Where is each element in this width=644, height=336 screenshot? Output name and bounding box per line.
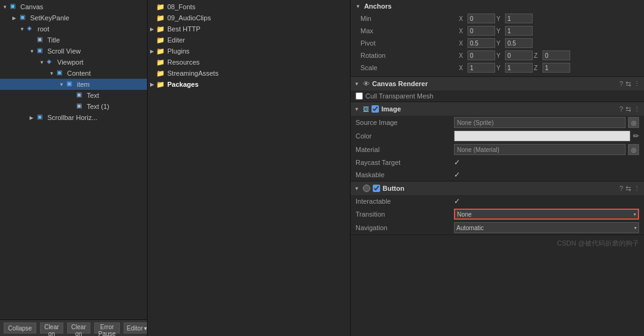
tree-label-canvas: Canvas	[20, 3, 43, 10]
scale-y[interactable]	[505, 63, 533, 73]
tree-arrow-content: ▼	[49, 71, 57, 76]
anchors-min-y[interactable]	[505, 14, 533, 23]
canvas-renderer-actions: ? ⇆ ⋮	[619, 80, 640, 88]
folder-icon-fonts: 📁	[156, 3, 165, 11]
proj-label-streaming: StreamingAssets	[167, 70, 218, 77]
more-icon[interactable]: ⋮	[634, 80, 640, 88]
tree-item-text1[interactable]: ▣ Text (1)	[0, 101, 147, 112]
source-image-label: Source Image	[356, 119, 454, 126]
canvas-icon: ▣	[10, 2, 18, 11]
tree-label-text: Text	[87, 92, 99, 99]
image-section: ▼ 🖼 Image ? ⇆ ⋮ Source Image None (Sprit…	[351, 102, 644, 182]
proj-label-audioclips: 09_AudioClips	[167, 14, 211, 22]
source-image-row: Source Image None (Sprite) ◎	[351, 116, 644, 129]
scale-label: Scale	[360, 64, 459, 71]
tree-label-viewport: Viewport	[57, 58, 84, 66]
settings-icon[interactable]: ⇆	[626, 80, 631, 88]
proj-item-fonts[interactable]: 📁 08_Fonts	[148, 1, 350, 12]
tree-item-scrollbar[interactable]: ▶ ▣ Scrollbar Horiz...	[0, 112, 147, 123]
material-pick-btn[interactable]: ◎	[628, 144, 639, 155]
tree-arrow-setkeyplanle: ▶	[12, 15, 20, 21]
scale-x[interactable]	[467, 63, 495, 73]
proj-item-editer[interactable]: 📁 Editer	[148, 34, 350, 46]
root-icon: ◈	[27, 25, 36, 33]
rotation-z[interactable]	[543, 50, 570, 60]
color-preview[interactable]	[454, 130, 630, 142]
image-more-icon[interactable]: ⋮	[634, 105, 640, 113]
proj-label-fonts: 08_Fonts	[167, 3, 196, 10]
tree-item-item[interactable]: ▼ ▣ item	[0, 79, 147, 90]
tree-arrow-scrollview: ▼	[30, 49, 37, 54]
button-settings-icon[interactable]: ⇆	[626, 185, 631, 193]
anchors-max-label: Max	[360, 27, 459, 34]
anchors-min-values: X Y	[459, 14, 634, 23]
tree-item-content[interactable]: ▼ ▣ Content	[0, 68, 147, 79]
folder-icon-resources: 📁	[156, 58, 165, 66]
pivot-y[interactable]	[505, 38, 533, 48]
tree-arrow-viewport: ▼	[39, 60, 47, 65]
proj-item-resources[interactable]: 📁 Resources	[148, 57, 350, 68]
anchors-min-x[interactable]	[467, 14, 495, 23]
help-icon[interactable]: ?	[619, 80, 623, 88]
color-label: Color	[356, 132, 454, 140]
clear-on-build-button[interactable]: Clear on Build	[67, 322, 90, 334]
text1-icon: ▣	[76, 102, 85, 111]
tree-item-setkeyplanle[interactable]: ▶ ▣ SetKeyPanle	[0, 12, 147, 23]
tree-item-scrollview[interactable]: ▼ ▣ Scroll View	[0, 46, 147, 57]
image-settings-icon[interactable]: ⇆	[626, 105, 631, 113]
clear-on-play-button[interactable]: Clear on Play	[40, 322, 63, 334]
material-label: Material	[356, 146, 454, 153]
scrollbar-icon: ▣	[37, 113, 46, 122]
tree-arrow-canvas: ▼	[2, 4, 10, 10]
button-help-icon[interactable]: ?	[619, 185, 623, 193]
tree-item-text[interactable]: ▣ Text	[0, 90, 147, 101]
navigation-value: Automatic	[456, 225, 483, 231]
transition-dropdown[interactable]: None ▾	[454, 209, 639, 220]
anchors-max-y[interactable]	[505, 26, 533, 36]
material-field[interactable]: None (Material)	[454, 144, 626, 155]
tree-item-title[interactable]: ▣ Title	[0, 34, 147, 46]
anchors-max-x[interactable]	[467, 26, 495, 36]
canvas-renderer-arrow: ▼	[354, 81, 360, 87]
error-pause-button[interactable]: Error Pause	[94, 322, 120, 334]
transition-dropdown-arrow: ▾	[634, 212, 636, 217]
pivot-values: X Y	[459, 38, 634, 48]
anchors-section: ▼ Anchors Min X Y Max	[351, 0, 644, 77]
editor-dropdown[interactable]: Editor ▾	[124, 322, 148, 334]
source-image-field[interactable]: None (Sprite)	[454, 117, 626, 128]
project-panel: 📁 08_Fonts 📁 09_AudioClips ▶ 📁 Best HTTP…	[148, 0, 351, 336]
tree-item-root[interactable]: ▼ ◈ root	[0, 23, 147, 34]
navigation-row: Navigation Automatic ▾	[351, 221, 644, 234]
scale-z[interactable]	[543, 63, 570, 73]
maskable-check: ✓	[454, 170, 460, 179]
proj-item-audioclips[interactable]: 📁 09_AudioClips	[148, 12, 350, 23]
button-enable-checkbox[interactable]	[373, 185, 380, 192]
tree-label-scrollview: Scroll View	[47, 47, 81, 55]
console-toolbar: Collapse Clear on Play Clear on Build Er…	[0, 320, 147, 336]
source-image-value: None (Sprite) ◎	[454, 117, 639, 128]
source-image-pick-btn[interactable]: ◎	[628, 117, 639, 128]
proj-item-besthttp[interactable]: ▶ 📁 Best HTTP	[148, 23, 350, 34]
pivot-x[interactable]	[467, 38, 495, 48]
eyedropper-icon[interactable]: ✏	[633, 132, 639, 140]
maskable-row: Maskable ✓	[351, 169, 644, 181]
navigation-dropdown[interactable]: Automatic ▾	[454, 222, 639, 233]
image-section-title: Image	[381, 105, 617, 113]
pivot-label: Pivot	[360, 39, 459, 47]
proj-item-streaming[interactable]: 📁 StreamingAssets	[148, 68, 350, 79]
tree-item-viewport[interactable]: ▼ ◈ Viewport	[0, 57, 147, 68]
proj-item-plugins[interactable]: ▶ 📁 Plugins	[148, 46, 350, 57]
watermark: CSDN @被代码折磨的狗子	[351, 235, 644, 252]
image-help-icon[interactable]: ?	[619, 105, 623, 113]
button-circle-icon	[363, 185, 370, 192]
tree-item-canvas[interactable]: ▼ ▣ Canvas	[0, 1, 147, 12]
rotation-y[interactable]	[505, 50, 533, 60]
image-enable-checkbox[interactable]	[372, 105, 379, 113]
rotation-x[interactable]	[467, 50, 495, 60]
navigation-label: Navigation	[356, 224, 454, 231]
button-more-icon[interactable]: ⋮	[634, 185, 640, 193]
folder-arrow-packages: ▶	[150, 82, 156, 87]
proj-item-packages[interactable]: ▶ 📁 Packages	[148, 79, 350, 90]
collapse-button[interactable]: Collapse	[4, 322, 36, 334]
cull-mesh-checkbox[interactable]	[356, 92, 363, 100]
